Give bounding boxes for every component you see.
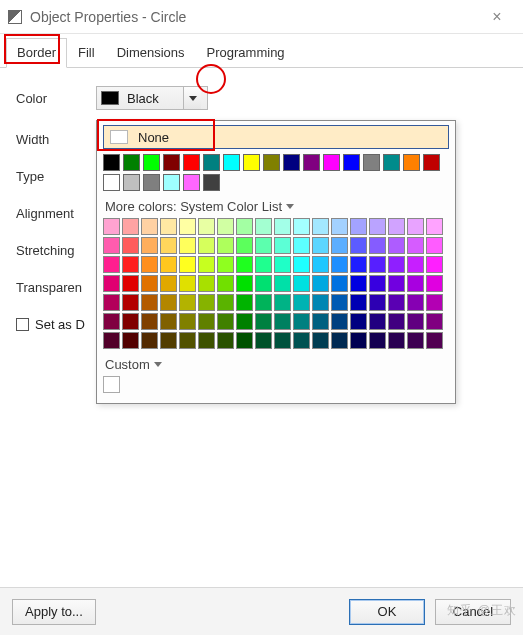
palette-swatch[interactable] (407, 256, 424, 273)
palette-swatch[interactable] (323, 154, 340, 171)
palette-swatch[interactable] (236, 275, 253, 292)
palette-swatch[interactable] (350, 313, 367, 330)
tab-border[interactable]: Border (6, 38, 67, 68)
palette-swatch[interactable] (293, 294, 310, 311)
palette-swatch[interactable] (255, 237, 272, 254)
palette-swatch[interactable] (426, 256, 443, 273)
palette-swatch[interactable] (179, 275, 196, 292)
palette-swatch[interactable] (293, 237, 310, 254)
palette-swatch[interactable] (331, 313, 348, 330)
tab-fill[interactable]: Fill (67, 38, 106, 68)
palette-swatch[interactable] (217, 313, 234, 330)
palette-swatch[interactable] (217, 256, 234, 273)
palette-swatch[interactable] (122, 294, 139, 311)
palette-swatch[interactable] (303, 154, 320, 171)
palette-swatch[interactable] (183, 154, 200, 171)
palette-swatch[interactable] (369, 256, 386, 273)
palette-swatch[interactable] (426, 313, 443, 330)
palette-swatch[interactable] (426, 237, 443, 254)
palette-swatch[interactable] (331, 237, 348, 254)
palette-swatch[interactable] (369, 332, 386, 349)
palette-swatch[interactable] (331, 294, 348, 311)
palette-swatch[interactable] (274, 313, 291, 330)
palette-swatch[interactable] (293, 256, 310, 273)
palette-swatch[interactable] (143, 154, 160, 171)
palette-swatch[interactable] (141, 218, 158, 235)
palette-swatch[interactable] (198, 275, 215, 292)
palette-swatch[interactable] (388, 218, 405, 235)
palette-swatch[interactable] (122, 332, 139, 349)
palette-swatch[interactable] (312, 313, 329, 330)
palette-swatch[interactable] (388, 313, 405, 330)
palette-swatch[interactable] (198, 237, 215, 254)
palette-swatch[interactable] (274, 332, 291, 349)
palette-swatch[interactable] (217, 294, 234, 311)
palette-swatch[interactable] (350, 294, 367, 311)
palette-swatch[interactable] (141, 332, 158, 349)
palette-swatch[interactable] (103, 174, 120, 191)
palette-swatch[interactable] (160, 256, 177, 273)
palette-swatch[interactable] (312, 294, 329, 311)
palette-swatch[interactable] (236, 256, 253, 273)
palette-swatch[interactable] (407, 332, 424, 349)
palette-swatch[interactable] (203, 154, 220, 171)
palette-swatch[interactable] (123, 174, 140, 191)
palette-swatch[interactable] (243, 154, 260, 171)
palette-swatch[interactable] (160, 313, 177, 330)
palette-swatch[interactable] (160, 332, 177, 349)
more-colors-header[interactable]: More colors: System Color List (105, 199, 449, 214)
palette-swatch[interactable] (312, 237, 329, 254)
palette-swatch[interactable] (423, 154, 440, 171)
apply-to-button[interactable]: Apply to... (12, 599, 96, 625)
palette-swatch[interactable] (217, 237, 234, 254)
palette-swatch[interactable] (179, 237, 196, 254)
palette-swatch[interactable] (388, 332, 405, 349)
color-combo-dropdown-button[interactable] (183, 87, 201, 109)
palette-swatch[interactable] (407, 313, 424, 330)
palette-swatch[interactable] (141, 237, 158, 254)
palette-swatch[interactable] (160, 237, 177, 254)
palette-swatch[interactable] (426, 294, 443, 311)
palette-swatch[interactable] (369, 275, 386, 292)
custom-header[interactable]: Custom (105, 357, 449, 372)
palette-swatch[interactable] (203, 174, 220, 191)
palette-swatch[interactable] (350, 275, 367, 292)
palette-swatch[interactable] (217, 275, 234, 292)
palette-swatch[interactable] (255, 332, 272, 349)
palette-swatch[interactable] (363, 154, 380, 171)
palette-swatch[interactable] (160, 294, 177, 311)
palette-swatch[interactable] (179, 332, 196, 349)
palette-swatch[interactable] (103, 332, 120, 349)
palette-swatch[interactable] (369, 313, 386, 330)
palette-swatch[interactable] (198, 218, 215, 235)
palette-swatch[interactable] (331, 275, 348, 292)
palette-swatch[interactable] (236, 237, 253, 254)
palette-swatch[interactable] (103, 256, 120, 273)
palette-swatch[interactable] (103, 313, 120, 330)
palette-swatch[interactable] (255, 218, 272, 235)
palette-swatch[interactable] (160, 275, 177, 292)
palette-swatch[interactable] (103, 218, 120, 235)
palette-swatch[interactable] (388, 256, 405, 273)
palette-swatch[interactable] (183, 174, 200, 191)
palette-swatch[interactable] (426, 218, 443, 235)
palette-swatch[interactable] (388, 275, 405, 292)
palette-swatch[interactable] (407, 275, 424, 292)
palette-swatch[interactable] (179, 218, 196, 235)
ok-button[interactable]: OK (349, 599, 425, 625)
tab-dimensions[interactable]: Dimensions (106, 38, 196, 68)
palette-swatch[interactable] (293, 332, 310, 349)
set-as-default-checkbox[interactable] (16, 318, 29, 331)
custom-swatch[interactable] (103, 376, 120, 393)
palette-swatch[interactable] (388, 294, 405, 311)
palette-swatch[interactable] (407, 237, 424, 254)
palette-swatch[interactable] (274, 294, 291, 311)
color-combo[interactable]: Black (96, 86, 208, 110)
palette-swatch[interactable] (350, 332, 367, 349)
palette-swatch[interactable] (198, 294, 215, 311)
palette-swatch[interactable] (274, 218, 291, 235)
color-none-option[interactable]: None (103, 125, 449, 149)
palette-swatch[interactable] (236, 332, 253, 349)
palette-swatch[interactable] (141, 294, 158, 311)
palette-swatch[interactable] (369, 218, 386, 235)
